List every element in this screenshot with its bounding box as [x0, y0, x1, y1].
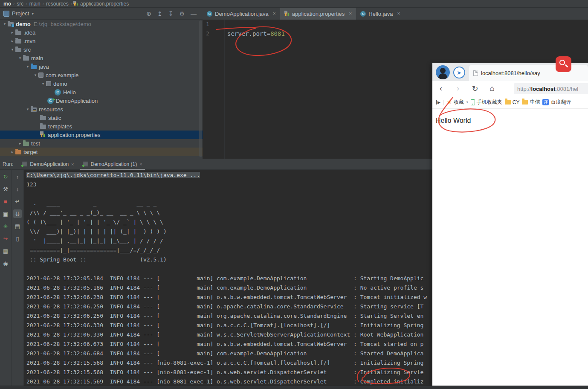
- scroll-to-end-button[interactable]: ⇊: [13, 209, 22, 218]
- chevron-down-icon[interactable]: ▾: [40, 81, 46, 86]
- chevron-down-icon[interactable]: ▾: [25, 107, 31, 111]
- close-icon[interactable]: ×: [71, 162, 74, 167]
- collapse-all-button[interactable]: ↧: [168, 10, 174, 17]
- chevron-right-icon[interactable]: ▸: [9, 30, 15, 35]
- log-line: 2021-06-28 17:32:15.569 INFO 4184 --- [n…: [26, 377, 432, 386]
- tree-item-src[interactable]: ▾ src: [0, 45, 203, 54]
- property-value: 8081: [270, 30, 285, 37]
- bookmark-mobile-folder[interactable]: 手机收藏夹: [471, 99, 502, 106]
- editor-tab-application-properties[interactable]: application.properties ×: [280, 8, 356, 20]
- properties-file-icon: [284, 11, 290, 17]
- bookmarks-bar: ▶ | ★ 收藏 ▾ 手机收藏夹 CY 中信 译 百度翻译: [432, 96, 588, 109]
- tree-item-com-example[interactable]: ▾ com.example: [0, 71, 203, 79]
- locate-file-button[interactable]: ⊕: [146, 10, 151, 17]
- tree-item-static[interactable]: static: [0, 113, 203, 122]
- tree-item-java[interactable]: ▾ java: [0, 62, 203, 71]
- breadcrumb-item-main[interactable]: main: [29, 1, 41, 7]
- navigate-icon[interactable]: ➤: [453, 67, 465, 78]
- settings-gear-icon[interactable]: ⚙: [179, 10, 185, 17]
- close-icon[interactable]: ×: [139, 162, 142, 167]
- chevron-down-icon[interactable]: ▾: [9, 47, 15, 52]
- run-tab-demoapplication-1[interactable]: DemoApplication (1) ×: [78, 159, 147, 170]
- print-button[interactable]: ▤: [13, 222, 22, 230]
- project-tree-scrollbar[interactable]: [199, 20, 202, 157]
- chevron-down-icon[interactable]: ▾: [2, 22, 8, 26]
- tree-item-demo-root[interactable]: ▾ demo E:\zjq_backstage\demo: [0, 20, 203, 28]
- bookmark-folder-zhongxin[interactable]: 中信: [522, 99, 540, 106]
- editor-tab-demoapplication[interactable]: C DemoApplication.java ×: [203, 8, 280, 20]
- browser-nav-bar: ‹ › ↻ ⌂ http://localhost:8081/hel: [432, 81, 588, 96]
- chevron-down-icon[interactable]: ▾: [466, 100, 468, 104]
- console-line: [26, 189, 432, 199]
- tree-item-application-properties[interactable]: application.properties: [0, 131, 203, 139]
- project-panel-title[interactable]: Project: [12, 10, 29, 17]
- soft-wrap-button[interactable]: ↵: [13, 197, 22, 206]
- log-line: 2021-06-28 17:32:05.186 INFO 4184 --- [ …: [26, 283, 432, 293]
- chevron-down-icon[interactable]: ▾: [17, 56, 23, 60]
- up-stacktrace-button[interactable]: ↑: [13, 172, 22, 181]
- reload-button[interactable]: ↻: [466, 84, 484, 93]
- run-toolbar-left: ↻ ⚒ ■ ▣ ✳ ↪ ▦ ◉: [0, 170, 12, 386]
- chevron-right-icon[interactable]: ▸: [17, 141, 23, 145]
- run-console[interactable]: C:\Users\zjq\.jdks\corretto-11.0.11\bin\…: [24, 170, 432, 386]
- chevron-right-icon[interactable]: ▸: [9, 150, 15, 154]
- down-stacktrace-button[interactable]: ↓: [13, 185, 22, 193]
- tree-item-target[interactable]: ▸ target: [0, 148, 203, 156]
- bookmark-favorites[interactable]: ★ 收藏 ▾: [447, 99, 468, 106]
- bookmark-translate[interactable]: 译 百度翻译: [542, 99, 571, 106]
- expand-all-button[interactable]: ↥: [157, 10, 162, 17]
- tree-item-templates[interactable]: templates: [0, 122, 203, 131]
- chevron-right-icon[interactable]: ▸: [9, 39, 15, 43]
- address-bar[interactable]: http://localhost:8081/hel: [514, 83, 588, 94]
- browser-tab-title: localhost:8081/hello/say: [481, 70, 540, 76]
- home-button[interactable]: ⌂: [484, 84, 501, 93]
- forward-button[interactable]: ›: [449, 84, 466, 93]
- close-icon[interactable]: ×: [273, 11, 276, 17]
- breadcrumb-item-module[interactable]: mo: [3, 1, 11, 7]
- chevron-down-icon[interactable]: ▾: [25, 64, 31, 69]
- tree-item-resources[interactable]: ▾ resources: [0, 105, 203, 113]
- modify-run-config-button[interactable]: ⚒: [1, 185, 10, 193]
- layout-settings-button[interactable]: ▦: [1, 247, 10, 255]
- run-tab-demoapplication[interactable]: DemoApplication ×: [17, 159, 78, 170]
- clear-console-button[interactable]: ▯: [13, 234, 22, 243]
- exit-button[interactable]: ↪: [1, 234, 10, 243]
- browser-avatar[interactable]: [436, 65, 450, 79]
- log-line: 2021-06-28 17:32:15.568 INFO 4184 --- [n…: [26, 368, 432, 377]
- project-dropdown-icon[interactable]: ▾: [32, 12, 34, 16]
- pin-tab-button[interactable]: ◉: [1, 259, 10, 267]
- thread-dump-button[interactable]: ▣: [1, 209, 10, 218]
- close-icon[interactable]: ×: [397, 11, 400, 17]
- breadcrumb-item-file[interactable]: application.properties: [80, 1, 129, 7]
- code-line[interactable]: server.port=8081: [227, 29, 285, 38]
- browser-search-button[interactable]: [556, 56, 571, 72]
- gc-button[interactable]: ✳: [1, 222, 10, 230]
- console-line: [26, 264, 432, 274]
- bookmark-folder-cy[interactable]: CY: [505, 99, 520, 105]
- tree-item-idea[interactable]: ▸ .idea: [0, 28, 203, 37]
- tree-item-main[interactable]: ▾ main: [0, 54, 203, 62]
- console-tab-icon: [22, 162, 27, 166]
- tree-item-hello-class[interactable]: C Hello: [0, 88, 203, 96]
- breadcrumb-item-src[interactable]: src: [17, 1, 23, 7]
- back-button[interactable]: ‹: [432, 84, 449, 93]
- tree-item-mvn[interactable]: ▸ .mvn: [0, 37, 203, 45]
- stop-button[interactable]: ■: [1, 197, 10, 206]
- folder-icon: [522, 100, 528, 105]
- hide-panel-button[interactable]: —: [191, 10, 197, 17]
- rerun-button[interactable]: ↻: [1, 172, 10, 181]
- source-folder-icon: [31, 65, 37, 69]
- chevron-down-icon[interactable]: ▾: [32, 73, 38, 77]
- editor-tab-bar: C DemoApplication.java × application.pro…: [203, 8, 588, 20]
- editor-tab-hello[interactable]: C Hello.java ×: [356, 8, 404, 20]
- address-host: localhost: [531, 86, 556, 92]
- close-icon[interactable]: ×: [349, 11, 352, 17]
- bookmarks-toggle-icon[interactable]: ▶: [436, 100, 440, 105]
- tree-label: static: [48, 115, 61, 121]
- breadcrumb-item-resources[interactable]: resources: [46, 1, 69, 7]
- tree-item-demoapplication-class[interactable]: C▶ DemoApplication: [0, 96, 203, 105]
- tree-item-test[interactable]: ▸ test: [0, 139, 203, 148]
- phone-icon: [471, 99, 475, 105]
- tree-item-demo-package[interactable]: ▾ demo: [0, 79, 203, 88]
- log-line: 2021-06-28 17:32:06.250 INFO 4184 --- [ …: [26, 311, 432, 321]
